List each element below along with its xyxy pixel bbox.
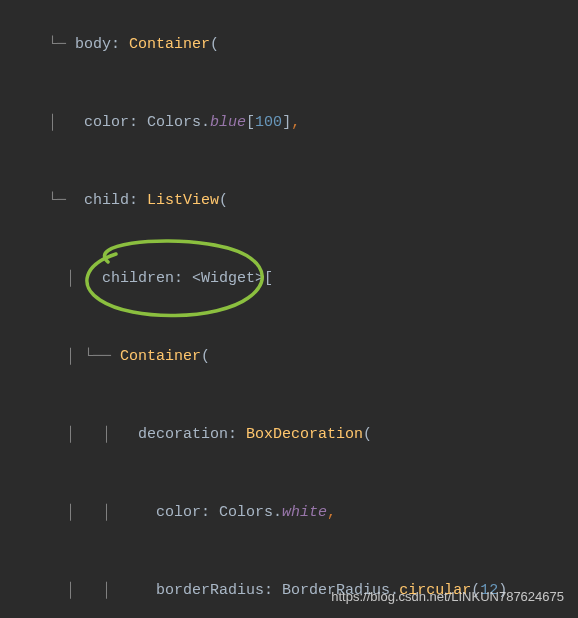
code-line[interactable]: │ │ color: Colors.white, bbox=[0, 474, 578, 552]
param-child: child: bbox=[84, 192, 147, 209]
class-listview: ListView bbox=[147, 192, 219, 209]
code-line[interactable]: │ └── Container( bbox=[0, 318, 578, 396]
prop-white: white bbox=[282, 504, 327, 521]
code-line[interactable]: │ children: <Widget>[ bbox=[0, 240, 578, 318]
param-decoration: decoration: bbox=[138, 426, 246, 443]
class-boxdecoration: BoxDecoration bbox=[246, 426, 363, 443]
type-widget: <Widget> bbox=[192, 270, 264, 287]
identifier-colors: Colors bbox=[147, 114, 201, 131]
param-color: color: bbox=[84, 114, 147, 131]
param-body: body: bbox=[75, 36, 129, 53]
class-container: Container bbox=[129, 36, 210, 53]
code-line[interactable]: │ color: Colors.blue[100], bbox=[0, 84, 578, 162]
param-borderradius: borderRadius: bbox=[156, 582, 282, 599]
watermark-text: https://blog.csdn.net/LINKUN787624675 bbox=[331, 584, 564, 610]
code-line[interactable]: │ │ decoration: BoxDecoration( bbox=[0, 396, 578, 474]
param-children: children: bbox=[102, 270, 192, 287]
class-container: Container bbox=[120, 348, 201, 365]
paren-open: ( bbox=[210, 36, 219, 53]
literal-100: 100 bbox=[255, 114, 282, 131]
code-line[interactable]: └─ body: Container( bbox=[0, 6, 578, 84]
code-editor[interactable]: └─ body: Container( │ color: Colors.blue… bbox=[0, 0, 578, 618]
param-color: color: bbox=[156, 504, 219, 521]
prop-blue: blue bbox=[210, 114, 246, 131]
code-line[interactable]: └─ child: ListView( bbox=[0, 162, 578, 240]
